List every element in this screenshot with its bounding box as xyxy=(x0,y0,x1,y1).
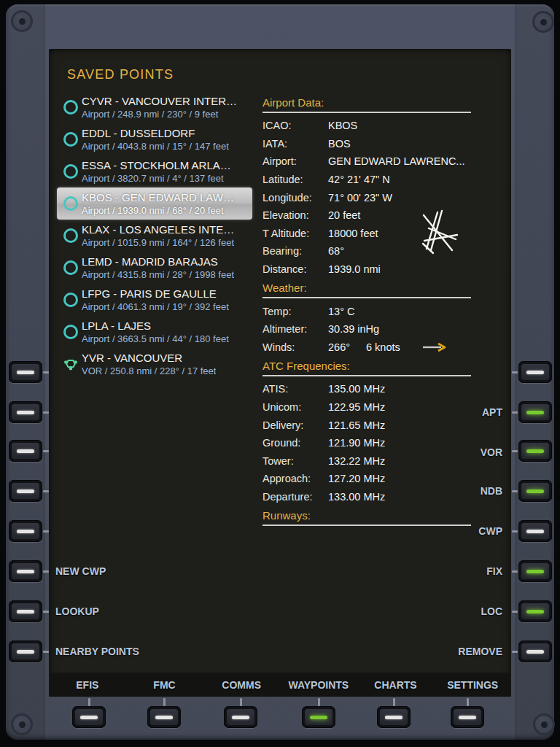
left-softkey-3[interactable] xyxy=(9,440,42,462)
field-value: 30.39 inHg xyxy=(328,323,379,335)
vor-button[interactable] xyxy=(518,440,552,462)
field-label: ATIS: xyxy=(262,383,328,395)
field-value: 121.90 MHz xyxy=(328,437,385,449)
field-label: Latitude: xyxy=(262,174,328,185)
fix-button[interactable] xyxy=(518,560,552,582)
fmc-button[interactable] xyxy=(147,706,181,728)
field-label: Airport: xyxy=(262,155,328,167)
point-info: Airport / 4315.8 nmi / 28° / 1998 feet xyxy=(82,268,234,281)
list-item[interactable]: CYVR - VANCOUVER INTER… Airport / 248.9 … xyxy=(57,91,252,123)
tab-charts[interactable]: CHARTS xyxy=(357,679,435,691)
airport-circle-icon xyxy=(60,196,82,211)
right-softkey-1[interactable] xyxy=(518,361,552,383)
field-value: BOS xyxy=(328,138,351,150)
apt-label[interactable]: APT xyxy=(482,406,502,418)
point-title: LPLA - LAJES xyxy=(82,319,229,333)
new-cwp-button[interactable] xyxy=(9,560,42,582)
airport-circle-icon xyxy=(60,293,82,307)
field-value: 68° xyxy=(328,245,344,257)
field-label: Departure: xyxy=(262,491,328,503)
lookup-button[interactable] xyxy=(9,600,42,622)
section-divider xyxy=(262,112,471,113)
list-item[interactable]: LFPG - PARIS DE GAULLE Airport / 4061.3 … xyxy=(57,284,252,316)
section-divider xyxy=(262,375,471,376)
tab-efis[interactable]: EFIS xyxy=(49,679,126,691)
list-item[interactable]: ESSA - STOCKHOLM ARLA… Airport / 3820.7 … xyxy=(57,155,252,187)
screw-icon xyxy=(11,713,33,735)
airport-circle-icon xyxy=(60,164,82,179)
field-label: Winds: xyxy=(262,341,328,353)
left-softkey-2[interactable] xyxy=(9,401,42,423)
section-divider xyxy=(262,297,471,298)
field-value: 20 feet xyxy=(328,209,360,221)
field-value: 71° 00' 23" W xyxy=(328,192,392,204)
atc-frequencies-header: ATC Frequencies: xyxy=(262,358,471,374)
left-softkey-5[interactable] xyxy=(9,520,42,542)
avionics-device: SAVED POINTS CYVR - VANCOUVER INTER… Air… xyxy=(0,0,560,747)
tab-fmc[interactable]: FMC xyxy=(126,679,203,691)
field-value: 1939.0 nmi xyxy=(328,263,381,275)
charts-button[interactable] xyxy=(377,706,411,728)
apt-button[interactable] xyxy=(518,401,552,423)
field-label: Elevation: xyxy=(262,209,328,221)
tab-comms[interactable]: COMMS xyxy=(203,679,280,691)
point-info: Airport / 248.9 nmi / 230° / 9 feet xyxy=(82,108,237,120)
tab-settings[interactable]: SETTINGS xyxy=(434,679,511,691)
point-title: ESSA - STOCKHOLM ARLA… xyxy=(82,158,231,172)
remove-button[interactable] xyxy=(518,640,552,662)
point-title: CYVR - VANCOUVER INTER… xyxy=(82,94,237,108)
list-item[interactable]: LPLA - LAJES Airport / 3663.5 nmi / 44° … xyxy=(57,316,252,348)
airport-circle-icon xyxy=(60,325,82,339)
point-info: Airport / 3663.5 nmi / 44° / 180 feet xyxy=(82,333,229,345)
field-label: IATA: xyxy=(262,138,328,150)
cwp-label[interactable]: CWP xyxy=(478,525,502,537)
list-item[interactable]: YVR - VANCOUVER VOR / 250.8 nmi / 228° /… xyxy=(57,348,252,380)
remove-label[interactable]: REMOVE xyxy=(458,646,502,657)
field-value: 135.00 MHz xyxy=(328,383,385,395)
vor-label[interactable]: VOR xyxy=(481,446,502,458)
wind-speed-value: 6 knots xyxy=(366,341,400,353)
ndb-button[interactable] xyxy=(518,480,552,502)
tab-waypoints[interactable]: WAYPOINTS xyxy=(280,679,357,691)
comms-button[interactable] xyxy=(224,706,257,728)
loc-button[interactable] xyxy=(518,600,552,622)
weather-header: Weather: xyxy=(262,280,471,295)
list-item[interactable]: EDDL - DUSSELDORF Airport / 4043.8 nmi /… xyxy=(57,123,252,155)
ndb-label[interactable]: NDB xyxy=(481,485,502,497)
left-softkey-1[interactable] xyxy=(9,361,42,383)
field-label: T Altitude: xyxy=(262,228,328,239)
efis-button[interactable] xyxy=(72,706,106,728)
field-value: 127.20 MHz xyxy=(328,473,385,484)
point-info: VOR / 250.8 nmi / 228° / 17 feet xyxy=(82,365,216,377)
nearby-points-label[interactable]: NEARBY POINTS xyxy=(55,646,139,657)
cwp-button[interactable] xyxy=(518,520,552,542)
airport-circle-icon xyxy=(60,228,82,243)
saved-points-list: CYVR - VANCOUVER INTER… Airport / 248.9 … xyxy=(57,91,252,380)
point-title: LFPG - PARIS DE GAULLE xyxy=(82,287,229,301)
left-softkey-4[interactable] xyxy=(9,480,42,502)
new-cwp-label[interactable]: NEW CWP xyxy=(55,565,106,577)
field-label: Approach: xyxy=(262,473,328,484)
fix-label[interactable]: FIX xyxy=(486,565,502,577)
point-info: Airport / 1015.9 nmi / 164° / 126 feet xyxy=(82,236,234,249)
point-title: KLAX - LOS ANGELES INTE… xyxy=(82,222,234,236)
field-label: Altimeter: xyxy=(262,323,328,335)
list-item[interactable]: LEMD - MADRID BARAJAS Airport / 4315.8 n… xyxy=(57,252,252,284)
point-title: EDDL - DUSSELDORF xyxy=(82,126,229,140)
loc-label[interactable]: LOC xyxy=(481,605,502,617)
nearby-points-button[interactable] xyxy=(9,640,42,662)
point-info: Airport / 4061.3 nmi / 19° / 392 feet xyxy=(82,301,229,313)
field-label: Distance: xyxy=(262,263,328,275)
waypoints-button[interactable] xyxy=(302,706,335,728)
runway-diagram-sketch-icon xyxy=(416,204,472,268)
point-title: YVR - VANCOUVER xyxy=(82,351,216,365)
vor-icon xyxy=(60,357,82,371)
lookup-label[interactable]: LOOKUP xyxy=(55,605,99,617)
airport-circle-icon xyxy=(60,132,82,147)
settings-button[interactable] xyxy=(451,706,484,728)
list-item-selected[interactable]: KBOS - GEN EDWARD LAW… Airport / 1939.0 … xyxy=(57,187,252,220)
field-label: Longitude: xyxy=(262,192,328,204)
screw-icon xyxy=(532,11,554,33)
field-label: Delivery: xyxy=(262,419,328,431)
list-item[interactable]: KLAX - LOS ANGELES INTE… Airport / 1015.… xyxy=(57,220,252,252)
